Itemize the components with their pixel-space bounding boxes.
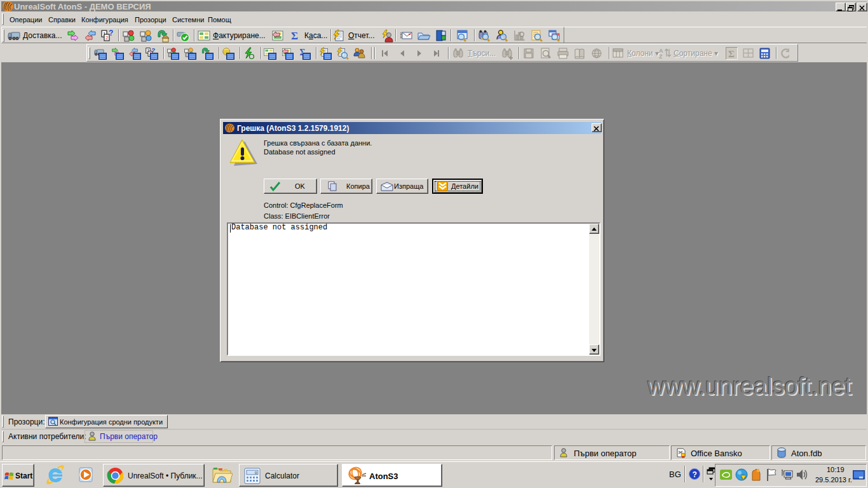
- svg-text:?: ?: [693, 470, 697, 479]
